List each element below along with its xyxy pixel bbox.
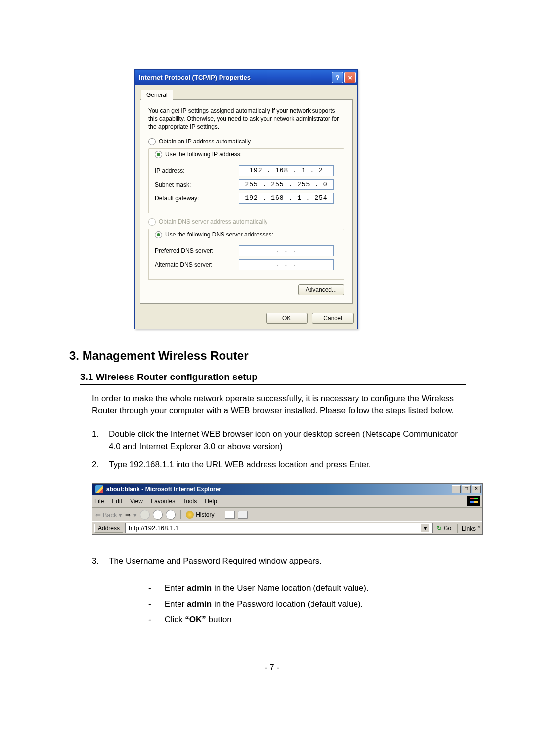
alternate-dns-label: Alternate DNS server: [155,261,239,268]
go-button[interactable]: ↻Go [437,525,451,532]
dialog-description: You can get IP settings assigned automat… [148,107,344,131]
stop-icon[interactable] [140,510,150,520]
toolbar-separator [180,510,181,519]
menu-edit[interactable]: Edit [112,498,122,505]
go-arrow-icon: ↻ [437,525,442,532]
tcpip-properties-dialog: Internet Protocol (TCP/IP) Properties ? … [134,69,358,329]
menu-file[interactable]: File [94,498,104,505]
radio-use-dns[interactable] [155,231,162,238]
ip-address-label: IP address: [155,167,239,174]
ok-button[interactable]: OK [266,313,308,324]
address-label: Address [94,524,123,533]
radio-use-ip-label: Use the following IP address: [165,151,242,158]
default-gateway-label: Default gateway: [155,195,239,202]
intro-paragraph: In order to make the whole network opera… [92,393,468,417]
cancel-button[interactable]: Cancel [312,313,354,324]
window-close-icon[interactable]: × [472,485,481,493]
ie-titlebar: about:blank - Microsoft Internet Explore… [92,484,482,495]
maximize-icon[interactable]: □ [462,485,471,493]
address-field[interactable]: http://192.168.1.1 ▾ [125,523,433,533]
address-dropdown-icon[interactable]: ▾ [421,524,429,532]
toolbar-separator [220,510,220,519]
mail-icon[interactable] [225,511,235,519]
menu-view[interactable]: View [130,498,143,505]
list-text: The Username and Password Required windo… [109,555,322,567]
dialog-titlebar: Internet Protocol (TCP/IP) Properties ? … [135,70,357,85]
ie-toolbar: ⇐ Back ▾ ⇒ ▾ History [92,508,482,521]
page-number: - 7 - [69,663,475,673]
forward-dropdown-icon[interactable]: ▾ [134,511,137,519]
toolbar-separator [457,524,458,533]
radio-obtain-dns-label: Obtain DNS server address automatically [159,218,267,225]
back-button: ⇐ Back ▾ [95,511,122,519]
history-button[interactable]: History [186,511,214,519]
menu-help[interactable]: Help [205,498,217,505]
general-tab-panel: You can get IP settings assigned automat… [140,99,353,304]
sublist-item: Click “OK” button [148,612,475,628]
list-number: 2. [92,458,109,471]
list-item: 1. Double click the Internet WEB browser… [92,428,468,453]
dialog-title: Internet Protocol (TCP/IP) Properties [139,74,331,81]
refresh-icon[interactable] [153,510,163,520]
tab-general[interactable]: General [141,90,173,100]
ie-logo-icon [95,485,103,493]
links-button[interactable]: Links » [462,524,480,532]
list-number: 1. [92,428,109,453]
menu-favorites[interactable]: Favorites [151,498,175,505]
ie-browser-window: about:blank - Microsoft Internet Explore… [92,483,483,535]
home-icon[interactable] [166,510,176,520]
subnet-mask-field[interactable]: 255 . 255 . 255 . 0 [239,179,334,190]
radio-use-ip[interactable] [155,151,162,158]
sublist-item: Enter admin in the User Name location (d… [148,580,475,596]
forward-button[interactable]: ⇒ [125,511,131,519]
print-icon[interactable] [238,511,248,519]
alternate-dns-field[interactable]: . . . [239,259,334,270]
ie-addressbar: Address http://192.168.1.1 ▾ ↻Go Links » [92,521,482,534]
section-heading: 3. Management Wireless Router [69,349,475,363]
preferred-dns-label: Preferred DNS server: [155,247,239,254]
list-number: 3. [92,555,109,567]
radio-obtain-dns [148,218,156,226]
list-text: Double click the Internet WEB browser ic… [109,428,468,453]
address-url: http://192.168.1.1 [129,524,178,532]
advanced-button[interactable]: Advanced... [298,284,344,295]
menu-tools[interactable]: Tools [183,498,197,505]
ie-menubar: File Edit View Favorites Tools Help [92,495,482,508]
radio-obtain-ip-label: Obtain an IP address automatically [159,138,251,145]
close-icon[interactable]: × [344,72,356,83]
sublist-item: Enter admin in the Password location (de… [148,596,475,612]
minimize-icon[interactable]: _ [452,485,461,493]
list-text: Type 192.168.1.1 into the URL WEB addres… [109,458,371,471]
subsection-heading: 3.1 Wireless Router configuration setup [80,372,466,385]
ie-title-text: about:blank - Microsoft Internet Explore… [106,486,451,493]
ip-address-field[interactable]: 192 . 168 . 1 . 2 [239,165,334,176]
history-icon [186,511,194,519]
list-item: 3. The Username and Password Required wi… [92,555,468,567]
default-gateway-field[interactable]: 192 . 168 . 1 . 254 [239,193,334,204]
windows-logo-icon [467,496,480,506]
radio-obtain-ip[interactable] [148,138,156,145]
preferred-dns-field[interactable]: . . . [239,245,334,256]
list-item: 2. Type 192.168.1.1 into the URL WEB add… [92,458,468,471]
subnet-mask-label: Subnet mask: [155,181,239,188]
radio-use-dns-label: Use the following DNS server addresses: [165,231,273,238]
help-icon[interactable]: ? [332,72,343,83]
